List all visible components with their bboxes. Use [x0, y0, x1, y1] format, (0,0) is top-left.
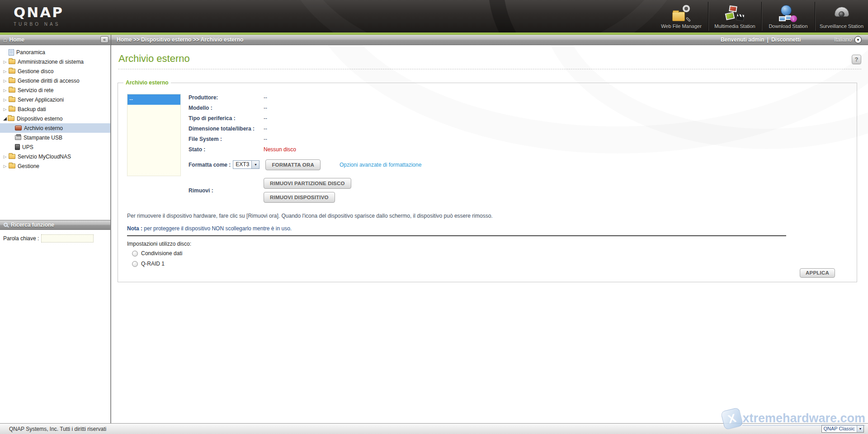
station-download[interactable]: ↓ Download Station: [761, 2, 815, 31]
radio-icon[interactable]: [132, 261, 138, 267]
folder-icon: [9, 154, 15, 159]
folder-icon: [9, 163, 15, 168]
sidebar-item-ups[interactable]: UPS: [0, 142, 110, 152]
sidebar-item-amministrazione-di-sistema[interactable]: ▷ Amministrazione di sistema: [0, 57, 110, 66]
function-search-section: Ricerca funzione Parola chiave :: [0, 220, 110, 243]
logout-link[interactable]: Disconnetti: [771, 37, 801, 43]
sidebar-item-panoramica[interactable]: Panoramica: [0, 47, 110, 57]
printer-icon: [15, 135, 21, 140]
panel-legend: Archivio esterno: [123, 79, 171, 86]
page-title: Archivio esterno: [118, 53, 861, 65]
sidebar-item-server-applicazioni[interactable]: ▷ Server Applicazioni: [0, 95, 110, 104]
language-dropdown-button[interactable]: ▼: [854, 36, 862, 43]
sidebar-item-gestione[interactable]: ▷ Gestione: [0, 161, 110, 171]
info-row: File System : --: [189, 134, 421, 144]
download-globe-icon: ↓: [778, 5, 799, 22]
remove-section: Rimuovi : RIMUOVI PARTIZIONE DISCO RIMUO…: [189, 178, 351, 203]
external-storage-panel: Archivio esterno -- Produttore: -- Model…: [118, 79, 857, 282]
welcome-separator: |: [767, 37, 769, 43]
expander-expanded-icon[interactable]: [3, 117, 7, 121]
turbo-nas-label: TURBO NAS: [14, 22, 64, 27]
format-now-button[interactable]: FORMATTA ORA: [265, 159, 321, 170]
sidebar: Panoramica ▷ Amministrazione di sistema …: [0, 45, 111, 423]
station-label: Surveillance Station: [820, 23, 863, 29]
remove-disk-partition-button[interactable]: RIMUOVI PARTIZIONE DISCO: [264, 178, 351, 189]
note-text: per proteggere il dispositivo NON scolle…: [144, 225, 292, 232]
sidebar-header: ⌂ Home «: [0, 35, 111, 45]
station-shortcuts: Web File Manager Multimedia Station ↓ Do…: [655, 2, 868, 31]
remove-device-button[interactable]: RIMUOVI DISPOSITIVO: [264, 192, 335, 203]
disk-usage-title: Impostazioni utilizzo disco:: [127, 241, 191, 247]
folder-icon: [9, 59, 15, 64]
format-select[interactable]: EXT3 ▼: [233, 160, 259, 169]
ups-icon: [15, 144, 20, 150]
device-list-item[interactable]: --: [127, 94, 180, 105]
expander-collapsed-icon[interactable]: ▷: [2, 79, 8, 83]
expander-collapsed-icon[interactable]: ▷: [2, 107, 8, 112]
radio-q-raid-1[interactable]: Q-RAID 1: [132, 261, 165, 267]
breadcrumb: Home >> Dispositivo esterno >> Archivio …: [111, 37, 721, 43]
expander-collapsed-icon[interactable]: ▷: [2, 88, 8, 93]
station-web-file-manager[interactable]: Web File Manager: [655, 2, 708, 31]
chevron-down-icon: ▼: [251, 161, 259, 168]
breadcrumb-bar: Home >> Dispositivo esterno >> Archivio …: [111, 35, 868, 45]
sidebar-item-backup-dati[interactable]: ▷ Backup dati: [0, 104, 110, 114]
section-divider: [127, 235, 786, 236]
radio-condivisione-dati[interactable]: Condivisione dati: [132, 250, 182, 257]
keyword-input[interactable]: [41, 234, 94, 243]
status-badge: Nessun disco: [264, 146, 296, 153]
sidebar-item-dispositivo-esterno[interactable]: Dispositivo esterno: [0, 114, 110, 123]
folder-search-icon: [671, 5, 692, 22]
multimedia-icon: [725, 5, 745, 22]
remove-instructions: Per rimuovere il dispositivo hardware, f…: [127, 213, 493, 219]
station-surveillance[interactable]: Surveillance Station: [815, 2, 868, 31]
footer-bar: QNAP Systems, Inc. Tutti i diritti riser…: [0, 423, 868, 434]
apply-button[interactable]: APPLICA: [800, 268, 835, 278]
expander-collapsed-icon[interactable]: ▷: [2, 60, 8, 64]
theme-select[interactable]: QNAP Classic ▼: [821, 425, 864, 433]
folder-icon: [9, 88, 15, 93]
main-content: ? Archivio esterno Archivio esterno -- P…: [111, 45, 868, 423]
keyword-label: Parola chiave :: [3, 235, 39, 242]
search-section-header: Ricerca funzione: [0, 220, 110, 230]
expander-collapsed-icon[interactable]: ▷: [2, 154, 8, 159]
station-label: Multimedia Station: [714, 23, 755, 29]
station-label: Web File Manager: [661, 23, 702, 29]
sidebar-item-servizio-mycloudnas[interactable]: ▷ Servizio MyCloudNAS: [0, 152, 110, 161]
sidebar-item-stampante-usb[interactable]: Stampante USB: [0, 133, 110, 142]
dome-camera-icon: [831, 5, 852, 22]
expander-collapsed-icon[interactable]: ▷: [2, 98, 8, 102]
search-icon: [4, 223, 8, 227]
info-row: Tipo di periferica : --: [189, 113, 421, 123]
sidebar-item-servizio-di-rete[interactable]: ▷ Servizio di rete: [0, 85, 110, 95]
expander-collapsed-icon[interactable]: ▷: [2, 69, 8, 74]
nav-tree: Panoramica ▷ Amministrazione di sistema …: [0, 45, 110, 171]
format-label: Formatta come :: [189, 162, 231, 168]
search-section-title: Ricerca funzione: [11, 222, 54, 228]
radio-icon[interactable]: [132, 251, 138, 257]
note-line: Nota : per proteggere il dispositivo NON…: [127, 225, 292, 232]
welcome-text: Benvenuti admin: [721, 37, 764, 43]
sidebar-collapse-button[interactable]: «: [100, 36, 108, 43]
qnap-logo: QNAP TURBO NAS: [14, 4, 64, 27]
folder-open-icon: [8, 116, 14, 121]
sidebar-item-archivio-esterno[interactable]: Archivio esterno: [0, 123, 110, 133]
advanced-format-options-link[interactable]: Opzioni avanzate di formattazione: [340, 162, 421, 168]
info-row: Produttore: --: [189, 92, 421, 103]
expander-collapsed-icon[interactable]: ▷: [2, 164, 8, 168]
remove-label: Rimuovi :: [189, 187, 264, 194]
qnap-admin-window: QNAP TURBO NAS Web File Manager Multimed…: [0, 0, 868, 434]
info-row: Dimensione totale/libera : --: [189, 123, 421, 134]
home-icon: ⌂: [3, 36, 7, 43]
external-disk-icon: [15, 126, 22, 131]
device-listbox[interactable]: --: [127, 94, 181, 176]
sidebar-item-gestione-diritti-di-accesso[interactable]: ▷ Gestione diritti di accesso: [0, 76, 110, 85]
station-multimedia[interactable]: Multimedia Station: [708, 2, 761, 31]
sidebar-header-title: Home: [9, 37, 24, 43]
help-button[interactable]: ?: [852, 55, 861, 64]
sidebar-item-gestione-disco[interactable]: ▷ Gestione disco: [0, 66, 110, 76]
title-divider: [118, 69, 861, 70]
chevron-down-icon: ▼: [857, 425, 863, 432]
copyright-text: QNAP Systems, Inc. Tutti i diritti riser…: [0, 426, 106, 432]
qnap-logo-text: QNAP: [14, 4, 64, 20]
